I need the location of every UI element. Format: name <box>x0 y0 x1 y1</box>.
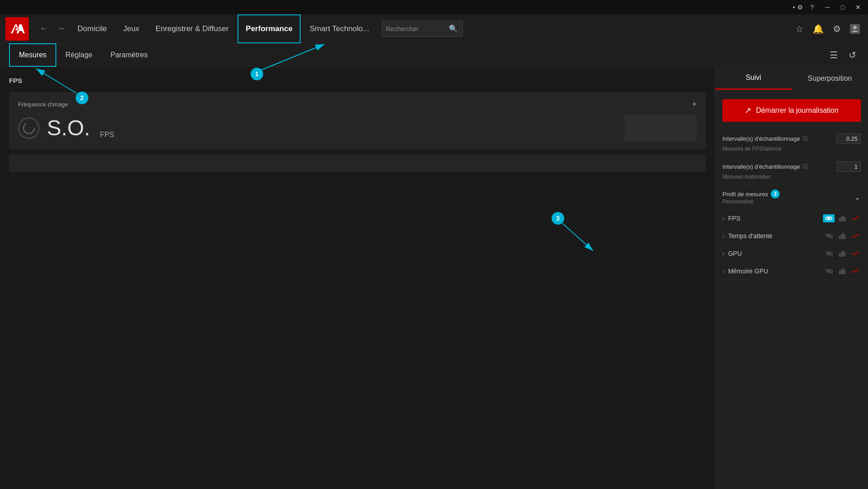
svg-rect-13 <box>841 234 842 239</box>
sampling-hw-row: Intervalle(s) d'échantillonnage ⓘ Mesure… <box>715 157 868 185</box>
sampling-hw-label: Intervalle(s) d'échantillonnage ⓘ <box>722 163 808 171</box>
right-panel: Suivi Superposition ↗ Démarrer la journa… <box>715 67 868 489</box>
sampling-fps-header: Intervalle(s) d'échantillonnage ⓘ <box>722 134 861 144</box>
svg-line-11 <box>826 233 833 239</box>
minimize-btn[interactable]: ─ <box>821 1 834 14</box>
metric-row-gpu: › GPU <box>715 245 868 263</box>
gear-icon-btn[interactable]: ⚙ <box>830 21 844 37</box>
fps-chart-btn[interactable] <box>850 215 861 222</box>
metric-row-temps: › Temps d'attente <box>715 227 868 245</box>
temps-icons <box>824 232 861 240</box>
nav-domicile[interactable]: Domicile <box>70 14 114 43</box>
fps-eye-btn[interactable] <box>823 214 835 222</box>
main-content: FPS Fréquence d'image + S.O. FPS S <box>0 67 868 489</box>
nav-right-icons: ☆ 🔔 ⚙ <box>793 21 863 37</box>
sampling-fps-input[interactable] <box>836 134 861 144</box>
help-title-btn[interactable]: ? <box>806 1 818 14</box>
temps-eye-btn[interactable] <box>824 232 835 240</box>
metric-card-add-btn[interactable]: + <box>692 100 697 109</box>
sampling-fps-sub: Mesures de FPS/latence <box>722 146 861 152</box>
search-bar: 🔍 <box>382 21 463 37</box>
maximize-btn[interactable]: □ <box>836 1 849 14</box>
profile-value: Personnalisé <box>722 198 854 205</box>
temps-chart-btn[interactable] <box>850 232 861 240</box>
memoire-icons <box>824 267 861 275</box>
subnav-reglage[interactable]: Réglage <box>56 43 101 67</box>
svg-rect-8 <box>843 216 844 221</box>
tab-superposition[interactable]: Superposition <box>792 67 868 90</box>
sampling-fps-help-icon: ⓘ <box>803 135 808 143</box>
metric-card-header: Fréquence d'image + <box>18 100 697 109</box>
fps-expand-icon[interactable]: › <box>722 215 725 222</box>
settings-title-btn[interactable]: ⚙ <box>790 1 803 14</box>
gpu-chart-btn[interactable] <box>850 250 861 257</box>
memoire-bar-btn[interactable] <box>837 267 847 275</box>
memoire-chart-btn[interactable] <box>850 268 861 275</box>
star-icon-btn[interactable]: ☆ <box>793 21 806 37</box>
gpu-expand-icon[interactable]: › <box>722 250 725 257</box>
temps-expand-icon[interactable]: › <box>722 232 725 240</box>
svg-rect-12 <box>839 235 841 239</box>
gpu-bar-btn[interactable] <box>837 249 847 258</box>
search-icon: 🔍 <box>449 24 458 33</box>
gpu-eye-btn[interactable] <box>824 250 835 257</box>
metric-card-title: Fréquence d'image <box>18 101 68 108</box>
temps-bar-btn[interactable] <box>837 232 847 240</box>
svg-point-2 <box>853 26 857 29</box>
subnav-parametres[interactable]: Paramètres <box>101 43 157 67</box>
subnav-right: ☰ ↺ <box>827 47 859 63</box>
sampling-hw-sub: Mesures matérielles <box>722 174 861 180</box>
svg-rect-20 <box>843 251 844 257</box>
svg-line-17 <box>826 251 833 256</box>
sampling-hw-help-icon: ⓘ <box>803 163 808 171</box>
svg-point-3 <box>23 123 34 134</box>
nav-enregistrer[interactable]: Enregistrer & Diffuser <box>148 14 236 43</box>
metric-graph-placeholder <box>625 115 697 142</box>
svg-rect-19 <box>841 252 842 257</box>
memoire-expand-icon[interactable]: › <box>722 268 725 275</box>
fps-icons <box>823 214 861 222</box>
tab-suivi[interactable]: Suivi <box>715 67 792 90</box>
nav-jeux[interactable]: Jeux <box>116 14 146 43</box>
list-view-icon-btn[interactable]: ☰ <box>827 47 841 63</box>
memoire-eye-btn[interactable] <box>824 268 835 275</box>
gpu-label: GPU <box>728 250 824 257</box>
sampling-fps-row: Intervalle(s) d'échantillonnage ⓘ Mesure… <box>715 129 868 157</box>
svg-rect-26 <box>843 268 844 274</box>
refresh-icon-btn[interactable]: ↺ <box>846 47 859 63</box>
forward-btn[interactable]: → <box>53 21 69 36</box>
user-icon-btn[interactable] <box>847 21 863 37</box>
svg-rect-18 <box>839 253 841 257</box>
bell-icon-btn[interactable]: 🔔 <box>810 21 827 37</box>
fps-label: FPS <box>728 215 823 222</box>
title-bar: ⚙ ? ─ □ ✕ <box>0 0 868 14</box>
profile-chevron-icon[interactable]: ⌄ <box>854 192 861 202</box>
profile-info: Profil de mesures 3 Personnalisé <box>722 189 854 205</box>
fps-bar-btn[interactable] <box>837 214 847 222</box>
nav-smart[interactable]: Smart Technolo... <box>302 14 376 43</box>
svg-point-5 <box>828 217 830 220</box>
close-btn[interactable]: ✕ <box>852 1 864 14</box>
metric-card-body: S.O. FPS <box>18 115 697 142</box>
svg-rect-27 <box>845 270 845 274</box>
back-btn[interactable]: ← <box>36 21 51 36</box>
svg-rect-15 <box>845 235 845 239</box>
amd-logo <box>5 17 29 41</box>
svg-rect-6 <box>839 218 841 221</box>
start-logging-btn[interactable]: ↗ Démarrer la journalisation <box>722 99 861 122</box>
start-logging-label: Démarrer la journalisation <box>756 106 838 115</box>
metric-value: S.O. <box>47 117 90 139</box>
right-panel-tabs: Suivi Superposition <box>715 67 868 90</box>
sampling-hw-input[interactable] <box>836 161 861 172</box>
search-input[interactable] <box>386 25 449 32</box>
svg-line-23 <box>826 268 833 274</box>
svg-rect-21 <box>845 252 845 257</box>
subnav-mesures[interactable]: Mesures <box>9 43 56 67</box>
sampling-fps-label: Intervalle(s) d'échantillonnage ⓘ <box>722 135 808 143</box>
gpu-icons <box>824 249 861 258</box>
profile-row: Profil de mesures 3 Personnalisé ⌄ <box>715 185 868 210</box>
nav-performance[interactable]: Performance <box>238 14 301 43</box>
metric-gauge <box>18 117 40 139</box>
sub-nav: Mesures Réglage Paramètres ☰ ↺ <box>0 43 868 67</box>
svg-rect-7 <box>841 217 842 221</box>
